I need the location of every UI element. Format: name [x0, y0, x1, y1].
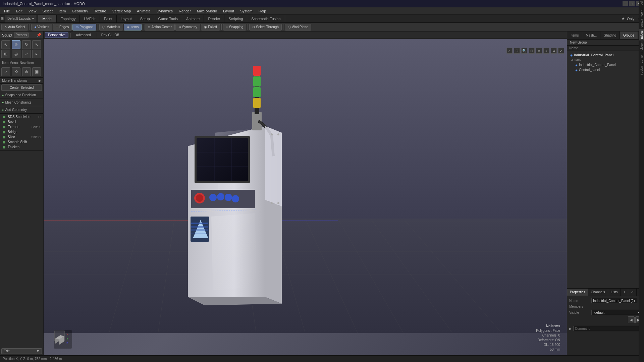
tab-paint[interactable]: Paint: [100, 15, 117, 22]
rpb-tab-lists[interactable]: Lists: [608, 289, 621, 296]
scene-root-group[interactable]: ◈ Industrial_Control_Panel: [569, 52, 643, 58]
rp-tab-shading[interactable]: Shading: [600, 32, 620, 39]
vp-expand-btn[interactable]: ⤢: [558, 48, 564, 54]
tab-topology[interactable]: Topology: [57, 15, 80, 22]
tool-transform2[interactable]: ⊞: [1, 50, 10, 58]
falloff-btn[interactable]: ◉ Falloff: [201, 24, 220, 31]
prop-visible-select[interactable]: default visible hidden: [591, 310, 642, 315]
tool-scale2[interactable]: ⤢: [22, 50, 31, 58]
edges-btn[interactable]: ─ Edges: [53, 24, 72, 31]
layout-icon[interactable]: ⊞: [0, 15, 4, 22]
bevel-tool[interactable]: Bevel: [1, 119, 42, 124]
new-group-btn[interactable]: New Group: [567, 40, 644, 46]
menu-texture[interactable]: Texture: [92, 8, 109, 14]
vp-zoom-in-btn[interactable]: 🔍: [521, 48, 527, 54]
tab-schematic[interactable]: Schematic Fusion: [247, 15, 285, 22]
menu-dynamics[interactable]: Dynamics: [154, 8, 175, 14]
tab-animate[interactable]: Animate: [182, 15, 204, 22]
edit-dropdown[interactable]: Edit ▼: [1, 348, 42, 354]
viewport[interactable]: Perspective Advanced Ray GL: Off: [44, 32, 567, 355]
vp-zoom-out-btn[interactable]: ⊟: [529, 48, 535, 54]
rp-tab-groups[interactable]: Groups: [620, 32, 638, 39]
menu-edit[interactable]: Edit: [13, 8, 25, 14]
tool-more[interactable]: ▸: [32, 50, 41, 58]
vertices-btn[interactable]: ● Vertices: [31, 24, 52, 31]
bridge-tool[interactable]: Bridge: [1, 129, 42, 134]
rpb-expand-btn[interactable]: ⤢: [628, 289, 637, 296]
default-layouts-dropdown[interactable]: Default Layouts ▼: [5, 15, 37, 22]
menu-item[interactable]: Item: [56, 8, 68, 14]
vp-tab-advanced[interactable]: Advanced: [73, 32, 94, 38]
menu-vertexmap[interactable]: Vertex Map: [110, 8, 134, 14]
rp-tab-mesh[interactable]: Mesh...: [582, 32, 600, 39]
prop-name-input[interactable]: [591, 298, 637, 303]
transform-tool4[interactable]: ▣: [32, 67, 41, 76]
sds-subdivide-tool[interactable]: SDS Subdivide D: [1, 114, 42, 119]
tab-setup[interactable]: Setup: [136, 15, 154, 22]
action-center-btn[interactable]: ⊕ Action Center: [145, 24, 175, 31]
menu-system[interactable]: System: [237, 8, 255, 14]
item-menu-label[interactable]: Item Menu: New Item: [0, 60, 43, 66]
presets-btn[interactable]: Presets: [14, 33, 29, 38]
mesh-constraints-header[interactable]: ● Mesh Constraints: [1, 100, 42, 105]
menu-help[interactable]: Help: [256, 8, 269, 14]
transform-tool3[interactable]: ⊕: [22, 67, 31, 76]
viewport-canvas[interactable]: ⌂ ⊡ 🔍 ⊟ ◈ ▷ ⚙ ⤢ X Y Z: [44, 39, 567, 355]
vp-settings-btn[interactable]: ⚙: [551, 48, 557, 54]
snapping-btn[interactable]: ⌖ Snapping: [223, 24, 246, 31]
tab-model[interactable]: Model: [38, 15, 57, 22]
scene-item-2[interactable]: ◈ Control_panel: [569, 67, 643, 72]
materials-btn[interactable]: ⬡ Materials: [99, 24, 123, 31]
maximize-btn[interactable]: □: [629, 1, 635, 6]
slice-tool[interactable]: Slice Shift-C: [1, 134, 42, 139]
vp-camera-btn[interactable]: ◈: [536, 48, 542, 54]
rp-tab-items[interactable]: Items: [567, 32, 582, 39]
rpb-tab-channels[interactable]: Channels: [588, 289, 608, 296]
pin-icon[interactable]: 📌: [37, 33, 41, 37]
tool-select[interactable]: ↖: [1, 40, 10, 49]
menu-view[interactable]: View: [26, 8, 39, 14]
sculpt-label[interactable]: Sculpt: [2, 33, 12, 37]
select-through-btn[interactable]: ⊙ Select Through: [249, 24, 282, 31]
items-btn[interactable]: ◈ Items: [124, 24, 142, 31]
vp-fit-btn[interactable]: ⊡: [514, 48, 520, 54]
menu-select[interactable]: Select: [40, 8, 55, 14]
center-selected-btn[interactable]: Center Selected: [1, 84, 42, 91]
menu-maxtomodo[interactable]: MaxToModo: [194, 8, 220, 14]
scene-item-1[interactable]: ◈ Industrial_Control_Panel: [569, 62, 643, 67]
more-transforms[interactable]: More Transforms ▶: [0, 78, 43, 84]
command-input[interactable]: [573, 326, 642, 331]
tool-move[interactable]: ⊕: [12, 40, 20, 49]
tab-layout[interactable]: Layout: [117, 15, 136, 22]
thicken-tool[interactable]: Thicken: [1, 144, 42, 149]
tool-rotate2[interactable]: ◎: [12, 50, 20, 58]
prev-btn[interactable]: ◀: [628, 316, 635, 323]
add-geometry-header[interactable]: ● Add Geometry: [1, 107, 42, 113]
vp-tab-raygl[interactable]: Ray GL: Off: [98, 32, 122, 38]
vp-tab-perspective[interactable]: Perspective: [45, 32, 68, 38]
vp-render-btn[interactable]: ▷: [543, 48, 549, 54]
smooth-shift-tool[interactable]: Smooth Shift: [1, 139, 42, 144]
rpb-add-btn[interactable]: +: [621, 289, 628, 296]
extrude-tool[interactable]: Extrude Shift-X: [1, 124, 42, 129]
auto-select-btn[interactable]: ↖ Auto Select: [1, 24, 28, 31]
symmetry-btn[interactable]: ⇔ Symmetry: [175, 24, 200, 31]
tab-scripting[interactable]: Scripting: [224, 15, 247, 22]
menu-render[interactable]: Render: [176, 8, 194, 14]
minimize-btn[interactable]: ─: [623, 1, 628, 6]
tab-gametools[interactable]: Game Tools: [154, 15, 182, 22]
polygons-btn[interactable]: ▭ Polygons: [72, 24, 96, 31]
transform-tool1[interactable]: ↗: [1, 67, 10, 76]
menu-animate[interactable]: Animate: [134, 8, 153, 14]
menu-layout[interactable]: Layout: [220, 8, 237, 14]
tool-scale[interactable]: ⤡: [32, 40, 41, 49]
vp-home-btn[interactable]: ⌂: [506, 48, 513, 54]
tab-render[interactable]: Render: [204, 15, 224, 22]
workplane-btn[interactable]: ⬡ WorkPlane: [285, 24, 311, 31]
menu-geometry[interactable]: Geometry: [69, 8, 91, 14]
tool-rotate[interactable]: ↻: [22, 40, 31, 49]
snaps-header[interactable]: ● Snaps and Precision: [1, 92, 42, 98]
rpb-tab-properties[interactable]: Properties: [567, 289, 588, 296]
tab-uvedit[interactable]: UVEdit: [80, 15, 100, 22]
transform-tool2[interactable]: ⟲: [12, 67, 20, 76]
